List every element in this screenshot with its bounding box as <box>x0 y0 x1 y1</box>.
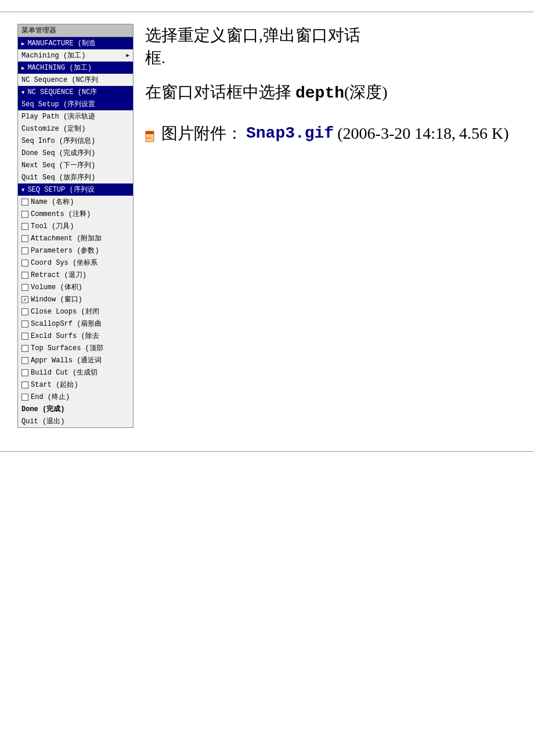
checkbox-volume-box[interactable] <box>21 284 28 291</box>
checkbox-appr-walls[interactable]: Appr Walls (通近词 <box>18 354 133 366</box>
checkbox-name-box[interactable] <box>21 199 28 206</box>
checkbox-attachment-box[interactable] <box>21 235 28 242</box>
checkbox-end[interactable]: End (终止) <box>18 391 133 403</box>
submenu-arrow-icon: ▶ <box>127 52 129 59</box>
arrow-down-icon-2 <box>21 186 26 194</box>
menu-item-machining-sub[interactable]: Machining (加工) ▶ <box>18 49 133 62</box>
menu-item-play-path[interactable]: Play Path (演示轨迹 <box>18 110 133 123</box>
checkbox-build-cut[interactable]: Build Cut (生成切 <box>18 366 133 379</box>
image-file-icon: IMG <box>145 131 158 142</box>
svg-text:IMG: IMG <box>146 136 152 139</box>
menu-item-quit[interactable]: Quit (退出) <box>18 415 133 427</box>
checkbox-scallop-srf[interactable]: ScallopSrf (扇形曲 <box>18 318 133 330</box>
menu-item-seq-info[interactable]: Seq Info (序列信息) <box>18 135 133 147</box>
menu-item-done-seq[interactable]: Done Seq (完成序列) <box>18 147 133 159</box>
checkbox-retract-box[interactable] <box>21 272 28 279</box>
content-area: 菜单管理器 MANUFACTURE (制造 Machining (加工) ▶ M… <box>0 24 534 428</box>
checkbox-excld-surfs[interactable]: Excld Surfs (除去 <box>18 330 133 342</box>
menu-item-seq-setup-header[interactable]: SEQ SETUP (序列设 <box>18 183 133 196</box>
checkbox-tool-box[interactable] <box>21 223 28 230</box>
attachment-filename[interactable]: Snap3.gif <box>246 124 334 142</box>
checkbox-attachment[interactable]: Attachment (附加加 <box>18 232 133 244</box>
checkbox-close-loops[interactable]: Close Loops (封闭 <box>18 305 133 318</box>
description-text: 选择重定义窗口,弹出窗口对话 框. <box>145 24 517 69</box>
menu-item-nc-sequence[interactable]: NC Sequence (NC序列 <box>18 74 133 86</box>
menu-item-nc-sequence-active[interactable]: NC SEQUENCE (NC序 <box>18 86 133 98</box>
checkbox-coord-sys[interactable]: Coord Sys (坐标系 <box>18 257 133 269</box>
checkbox-appr-walls-box[interactable] <box>21 357 28 364</box>
page-container: 菜单管理器 MANUFACTURE (制造 Machining (加工) ▶ M… <box>0 0 534 756</box>
menu-item-manufacture[interactable]: MANUFACTURE (制造 <box>18 37 133 49</box>
bottom-divider <box>0 451 534 452</box>
checkbox-excld-surfs-box[interactable] <box>21 333 28 340</box>
menu-item-seq-setup[interactable]: Seq Setup (序列设置 <box>18 98 133 110</box>
attachment-icon: IMG <box>145 128 158 139</box>
arrow-right-icon-2 <box>21 64 26 72</box>
menu-panel: 菜单管理器 MANUFACTURE (制造 Machining (加工) ▶ M… <box>17 24 134 428</box>
checkbox-start[interactable]: Start (起始) <box>18 379 133 391</box>
checkbox-retract[interactable]: Retract (退刀) <box>18 269 133 281</box>
attachment-label: 图片附件： <box>161 123 243 145</box>
attachment-line: IMG 图片附件： Snap3.gif (2006-3-20 14:18, 4.… <box>145 123 517 145</box>
checkbox-volume[interactable]: Volume (体积) <box>18 281 133 293</box>
top-divider <box>0 12 534 12</box>
menu-item-quit-seq[interactable]: Quit Seq (放弃序列) <box>18 171 133 183</box>
checkbox-top-surfaces-box[interactable] <box>21 345 28 352</box>
checkbox-top-surfaces[interactable]: Top Surfaces (顶部 <box>18 342 133 354</box>
svg-rect-1 <box>146 131 154 134</box>
menu-title: 菜单管理器 <box>18 24 133 37</box>
right-content: 选择重定义窗口,弹出窗口对话 框. 在窗口对话框中选择 depth(深度) IM… <box>145 24 517 145</box>
checkbox-build-cut-box[interactable] <box>21 369 28 376</box>
checkbox-window-box[interactable]: ✓ <box>21 296 28 303</box>
checkbox-window[interactable]: ✓ Window (窗口) <box>18 293 133 305</box>
checkbox-start-box[interactable] <box>21 381 28 388</box>
checkbox-tool[interactable]: Tool (刀具) <box>18 220 133 232</box>
checkbox-comments[interactable]: Comments (注释) <box>18 208 133 220</box>
attachment-section: IMG 图片附件： Snap3.gif (2006-3-20 14:18, 4.… <box>145 123 517 145</box>
checkbox-scallop-srf-box[interactable] <box>21 321 28 327</box>
attachment-meta: (2006-3-20 14:18, <box>337 124 456 143</box>
checkbox-parameters-box[interactable] <box>21 247 28 254</box>
checkbox-coord-sys-box[interactable] <box>21 260 28 267</box>
menu-item-done[interactable]: Done (完成) <box>18 403 133 415</box>
checkbox-end-box[interactable] <box>21 394 28 401</box>
attachment-size: 4.56 K) <box>459 124 509 143</box>
arrow-right-icon <box>21 39 26 48</box>
depth-text: 在窗口对话框中选择 depth(深度) <box>145 81 517 105</box>
menu-item-machining[interactable]: MACHINING (加工) <box>18 62 133 74</box>
menu-item-customize[interactable]: Customize (定制) <box>18 123 133 135</box>
checkbox-name[interactable]: Name (名称) <box>18 196 133 208</box>
arrow-down-icon <box>21 88 26 96</box>
checkbox-parameters[interactable]: Parameters (参数) <box>18 244 133 257</box>
menu-item-next-seq[interactable]: Next Seq (下一序列) <box>18 159 133 171</box>
checkbox-close-loops-box[interactable] <box>21 308 28 315</box>
checkbox-comments-box[interactable] <box>21 211 28 218</box>
